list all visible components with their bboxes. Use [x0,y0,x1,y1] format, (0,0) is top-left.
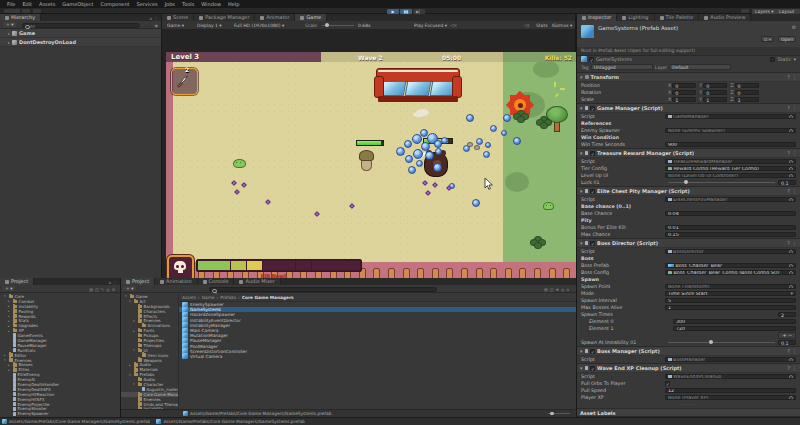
play-focused-dropdown[interactable]: Play Focused ▾ [414,23,447,28]
value-field[interactable]: 0.04 [665,211,796,217]
favorites-icon[interactable]: ★ [555,287,559,292]
slider-track[interactable] [668,342,775,343]
menu-item-edit[interactable]: Edit [19,1,35,7]
kebab-menu-icon[interactable]: ⋮ [792,74,797,80]
foldout-arrow[interactable]: ▾ [133,382,136,386]
component-header-boss-director-script-[interactable]: ▾✓Boss Director (Script)?⋮ [577,238,800,248]
dropdown-field[interactable]: Time Since Start▾ [665,291,796,297]
object-picker-icon[interactable] [789,375,793,379]
layers-dropdown[interactable]: Layers ▾ [752,9,777,14]
thumbnail-size-slider[interactable] [548,413,570,414]
create-button[interactable]: + ▾ [2,286,15,291]
axis-field[interactable]: 0 [703,90,727,96]
kebab-menu-icon[interactable]: ⋮ [792,188,797,194]
object-field[interactable]: None (Transform) [665,284,796,290]
object-field[interactable]: Boss_Charger_Bear [665,263,796,269]
menu-item-jobs[interactable]: Jobs [162,1,178,7]
value-field[interactable]: 300 [673,319,796,325]
foldout-arrow[interactable]: ▸ [133,329,136,333]
open-prefab-button[interactable]: Open [778,36,796,42]
slider-knob[interactable] [709,340,713,344]
tag-dropdown[interactable]: Untagged [591,64,653,70]
value-field[interactable]: 5 [665,298,796,304]
foldout-arrow[interactable]: ▾ [580,348,583,354]
lock-icon[interactable]: a [567,287,569,292]
search-toolbar-button[interactable] [741,9,749,13]
axis-field[interactable]: 0 [735,83,759,89]
menu-item-gameobject[interactable]: GameObject [59,1,96,7]
object-picker-icon[interactable] [789,160,793,164]
status-path-2[interactable]: Assets/Game/Prefabs/Core Game Managers/G… [163,419,304,424]
help-icon[interactable]: ? [787,74,790,80]
axis-field[interactable]: 0 [672,83,696,89]
object-field[interactable]: None (Enemy Spawner) [665,128,796,134]
object-field[interactable]: Reward Config (Reward Tier Config) [665,166,796,172]
gizmos-dropdown[interactable]: Gizmos ▾ [552,23,572,28]
tab-audio-preview[interactable]: Audio Preview [699,14,751,21]
help-icon[interactable]: ? [787,365,790,371]
axis-field[interactable]: 1 [703,97,727,103]
foldout-arrow[interactable]: ▾ [580,74,583,80]
object-field[interactable]: GameManager [665,114,796,120]
component-header-wave-end-xp-cleanup-script-[interactable]: ▾✓Wave End XP Cleanup (Script)?⋮ [577,363,800,373]
object-picker-icon[interactable] [789,396,793,400]
value-field[interactable]: 12 [665,388,796,394]
breadcrumb[interactable]: Assets›Game›Prefabs›Core Game Managers [179,294,576,302]
component-header-elite-chest-pity-manager-script-[interactable]: ▾✓Elite Chest Pity Manager (Script)?⋮ [577,186,800,196]
tab-inspector[interactable]: Inspector [577,14,617,21]
create-button[interactable]: + ▾ [3,22,16,27]
kebab-menu-icon[interactable]: ⋮ [792,240,797,246]
object-picker-icon[interactable] [789,271,793,275]
menu-item-assets[interactable]: Assets [36,1,58,7]
tab-lighting[interactable]: Lighting [617,14,654,21]
breadcrumb-segment[interactable]: Core Game Managers [242,295,294,300]
scene-visibility-icon[interactable]: ◉ [155,23,159,28]
object-picker-icon[interactable] [789,358,793,362]
help-icon[interactable]: ? [787,188,790,194]
value-field[interactable]: 0.15 [665,232,796,238]
object-picker-icon[interactable] [789,250,793,254]
foldout-arrow[interactable]: ▸ [8,304,11,308]
foldout-arrow[interactable]: ▸ [8,368,11,372]
foldout-arrow[interactable]: ▸ [4,353,7,357]
layer-dropdown[interactable]: Default [669,64,731,70]
object-field[interactable]: BossManager [665,357,796,363]
package-icon[interactable]: ◫ [550,287,554,292]
object-picker-icon[interactable] [789,115,793,119]
menu-item-file[interactable]: File [4,1,18,7]
component-header-treasure-reward-manager-script-[interactable]: ▾✓Treasure Reward Manager (Script)?⋮ [577,148,800,158]
foldout-arrow[interactable]: ▾ [125,294,128,298]
enabled-checkbox[interactable]: ✓ [590,106,595,111]
axis-field[interactable]: 0 [735,90,759,96]
breadcrumb-segment[interactable]: Game [202,295,215,300]
object-field[interactable]: BossDirector [665,249,796,255]
foldout-arrow[interactable]: ▸ [8,40,10,45]
help-icon[interactable]: ? [787,348,790,354]
foldout-arrow[interactable]: ▸ [129,363,132,367]
gear-icon[interactable]: ⚙ [792,24,796,30]
foldout-arrow[interactable]: ▸ [8,31,10,36]
menu-item-window[interactable]: Window [198,1,224,7]
foldout-arrow[interactable]: ▾ [4,294,7,298]
tab-scene[interactable]: Scene [162,14,194,21]
object-picker-icon[interactable] [789,285,793,289]
foldout-arrow[interactable]: ▾ [580,365,583,371]
foldout-arrow[interactable]: ▸ [8,299,11,303]
gameobject-name[interactable]: GameSystems [596,56,632,62]
enabled-checkbox[interactable]: ✓ [590,349,595,354]
foldout-arrow[interactable]: ▾ [129,299,132,303]
foldout-arrow[interactable]: ▸ [8,309,11,313]
select-root-button[interactable]: ⧉ ▾ [761,36,774,42]
active-checkbox[interactable]: ✓ [589,57,594,62]
kebab-menu-icon[interactable]: ⋮ [792,348,797,354]
foldout-arrow[interactable]: ▸ [8,363,11,367]
slider-knob[interactable] [684,180,688,184]
game-mode-dropdown[interactable]: Game ▾ [167,23,184,28]
tab-console[interactable]: Console [198,278,235,285]
foldout-arrow[interactable]: ▸ [8,314,11,318]
stats-button[interactable]: Stats [536,23,548,28]
axis-field[interactable]: 0 [703,83,727,89]
info-icon[interactable]: ◎ [106,287,110,292]
tab-animation[interactable]: Animation [155,278,198,285]
status-path[interactable]: Assets/Game/Prefabs/Core Game Managers/G… [9,419,150,424]
